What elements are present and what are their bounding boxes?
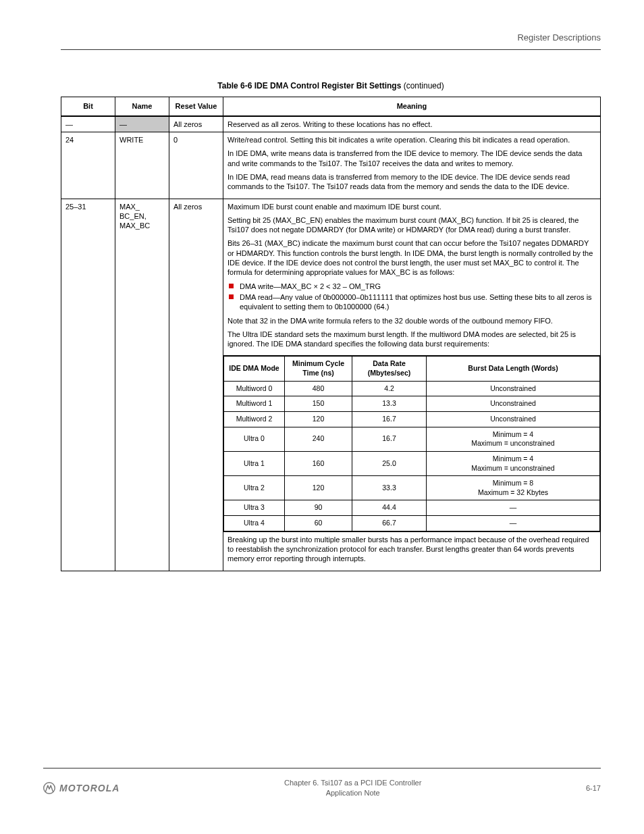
col-bit: Bit [61,97,115,116]
running-header-text: Register Descriptions [61,32,601,44]
table-header-row: Bit Name Reset Value Meaning [61,97,601,116]
icol-cycle: Minimum Cycle Time (ns) [285,357,352,381]
para: Bits 26–31 (MAX_BC) indicate the maximum… [227,238,596,277]
brand: MOTOROLA [43,782,119,794]
inner-cell: Unconstrained [427,381,600,396]
table-caption: Table 6-6 IDE DMA Control Register Bit S… [61,77,601,97]
inner-cell: 13.3 [352,396,427,412]
inner-table: IDE DMA Mode Minimum Cycle Time (ns) Dat… [223,356,600,531]
register-table: Bit Name Reset Value Meaning — — All zer… [61,97,601,571]
table-row: 25–31 MAX_ BC_EN, MAX_BC All zeros Maxim… [61,199,601,356]
inner-cell: — [427,500,600,516]
inner-cell: Ultra 3 [224,500,285,516]
footer-subtitle: Application Note [119,788,586,798]
inner-cell: Minimum = 4 Maximum = unconstrained [427,427,600,451]
para: Write/read control. Setting this bit ind… [227,135,596,145]
para: Setting bit 25 (MAX_BC_EN) enables the m… [227,215,596,235]
inner-cell: 480 [285,381,352,396]
list-item-label: DMA write—MAX_BC × 2 < 32 – OM_TRG [240,282,381,290]
inner-cell: Multiword 1 [224,396,285,412]
bullet-list: DMA write—MAX_BC × 2 < 32 – OM_TRG DMA r… [227,282,596,312]
cell-name: MAX_ BC_EN, MAX_BC [115,199,169,571]
inner-cell: Minimum = 4 Maximum = unconstrained [427,451,600,475]
para: Breaking up the burst into multiple smal… [227,535,596,564]
inner-row: Ultra 39044.4— [224,500,600,516]
inner-header-row: IDE DMA Mode Minimum Cycle Time (ns) Dat… [224,357,600,381]
inner-row: Ultra 024016.7Minimum = 4 Maximum = unco… [224,427,600,451]
inner-cell: 25.0 [352,451,427,475]
bullet-icon [229,294,234,299]
cell-name: — [115,116,169,132]
footer: MOTOROLA Chapter 6. Tsi107 as a PCI IDE … [43,768,601,798]
inner-cell: 4.2 [352,381,427,396]
inner-cell: 16.7 [352,427,427,451]
inner-cell: 90 [285,500,352,516]
inner-cell: 60 [285,516,352,531]
bullet-icon [229,284,234,288]
inner-cell: Minimum = 8 Maximum = 32 Kbytes [427,476,600,500]
inner-cell: 240 [285,427,352,451]
icol-rate: Data Rate (Mbytes/sec) [352,357,427,381]
page-number: 6-17 [586,783,601,793]
inner-cell: Ultra 4 [224,516,285,531]
list-item: DMA read—Any value of 0b000000–0b111111 … [227,292,596,312]
para: Note that 32 in the DMA write formula re… [227,316,596,325]
inner-cell: 120 [285,411,352,427]
inner-cell: Ultra 0 [224,427,285,451]
inner-cell: Unconstrained [427,396,600,412]
cell-meaning: Reserved as all zeros. Writing to these … [223,116,601,132]
icol-mode: IDE DMA Mode [224,357,285,381]
table-continued: (continued) [404,81,444,90]
inner-cell: 66.7 [352,516,427,531]
list-item: DMA write—MAX_BC × 2 < 32 – OM_TRG [227,282,596,291]
list-item-label: DMA read—Any value of 0b000000–0b111111 … [240,293,592,311]
inner-cell: Multiword 0 [224,381,285,396]
cell-value: All zeros [169,199,223,571]
inner-cell: — [427,516,600,531]
table-title: IDE DMA Control Register Bit Settings [254,81,402,90]
footer-title: Chapter 6. Tsi107 as a PCI IDE Controlle… [119,778,586,787]
cell-meaning-bottom: Breaking up the burst into multiple smal… [223,531,601,571]
col-meaning: Meaning [223,97,601,116]
cell-bit: 24 [61,132,115,199]
para: Maximum IDE burst count enable and maxim… [227,202,596,211]
inner-cell: 16.7 [352,411,427,427]
cell-bit: — [61,116,115,132]
para: In IDE DMA, read means data is transferr… [227,172,596,192]
inner-cell: 44.4 [352,500,427,516]
inner-cell: 120 [285,476,352,500]
table-label: Table 6-6 [217,81,252,90]
icol-burst: Burst Data Length (Words) [427,357,600,381]
motorola-logo-icon [43,782,55,794]
cell-meaning: Write/read control. Setting this bit ind… [223,132,601,199]
inner-cell: 33.3 [352,476,427,500]
inner-cell: Unconstrained [427,411,600,427]
cell-meaning-top: Maximum IDE burst count enable and maxim… [223,199,601,356]
inner-cell: 150 [285,396,352,412]
inner-cell: Multiword 2 [224,411,285,427]
inner-row: Ultra 212033.3Minimum = 8 Maximum = 32 K… [224,476,600,500]
cell-value: All zeros [169,116,223,132]
inner-row: Multiword 04804.2Unconstrained [224,381,600,396]
inner-cell: 160 [285,451,352,475]
table-row: 24 WRITE 0 Write/read control. Setting t… [61,132,601,199]
para: In IDE DMA, write means data is transfer… [227,149,596,168]
inner-cell: Ultra 1 [224,451,285,475]
page: Register Descriptions Table 6-6 IDE DMA … [0,0,644,834]
para: The Ultra IDE standard sets the maximum … [227,330,596,349]
col-value: Reset Value [169,97,223,116]
cell-name: WRITE [115,132,169,199]
inner-row: Ultra 116025.0Minimum = 4 Maximum = unco… [224,451,600,475]
cell-inner-table: IDE DMA Mode Minimum Cycle Time (ns) Dat… [223,356,601,531]
brand-name: MOTOROLA [59,782,119,794]
cell-value: 0 [169,132,223,199]
running-header: Register Descriptions [61,32,601,50]
col-name: Name [115,97,169,116]
inner-row: Multiword 212016.7Unconstrained [224,411,600,427]
cell-bit: 25–31 [61,199,115,571]
table-row: — — All zeros Reserved as all zeros. Wri… [61,116,601,132]
inner-row: Multiword 115013.3Unconstrained [224,396,600,412]
inner-cell: Ultra 2 [224,476,285,500]
inner-row: Ultra 46066.7— [224,516,600,531]
